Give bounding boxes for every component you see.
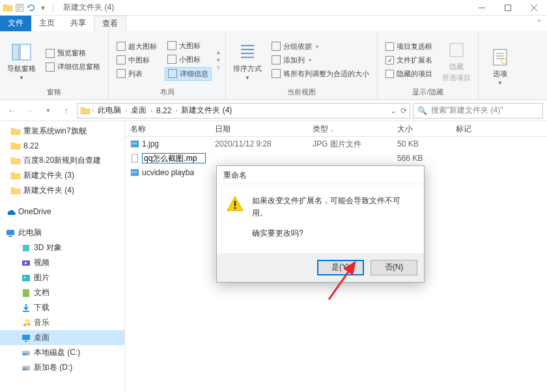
window-title: 新建文件夹 (4): [63, 2, 114, 13]
layout-scroll-down[interactable]: ▾: [217, 57, 220, 63]
svg-rect-24: [132, 154, 138, 162]
address-bar: ← → ▼ ↑ › 此电脑 › 桌面 › 8.22 › 新建文件夹 (4) ⌄ …: [0, 100, 547, 121]
dialog-message: 如果改变文件扩展名，可能会导致文件不可用。 确实要更改吗?: [252, 195, 415, 248]
group-by-button[interactable]: 分组依据▾: [269, 40, 372, 53]
file-extensions-toggle[interactable]: 文件扩展名: [383, 54, 435, 66]
file-row[interactable]: JPG1.jpg2020/11/12 9:28JPG 图片文件50 KB: [125, 137, 547, 151]
details-pane-button[interactable]: 详细信息窗格: [43, 61, 103, 73]
fit-columns-button[interactable]: 将所有列调整为合适的大小: [269, 68, 372, 80]
tree-item[interactable]: 重装系统win7旗舰: [0, 124, 124, 139]
tree-thispc[interactable]: 此电脑: [0, 225, 124, 240]
group-label: 显示/隐藏: [383, 86, 473, 97]
tree-item[interactable]: 音乐: [0, 315, 124, 330]
tree-item[interactable]: 8.22: [0, 139, 124, 153]
tab-file[interactable]: 文件: [0, 16, 31, 31]
col-tag[interactable]: 标记: [451, 121, 509, 136]
file-row[interactable]: 566 KB: [125, 151, 547, 165]
qat-undo-icon[interactable]: [26, 3, 36, 13]
breadcrumb-seg[interactable]: 此电脑: [95, 105, 124, 116]
svg-rect-19: [23, 354, 27, 355]
sort-button[interactable]: 排序方式 ▼: [231, 34, 264, 86]
svg-point-12: [24, 276, 26, 278]
tab-view[interactable]: 查看: [94, 16, 126, 31]
breadcrumb-seg[interactable]: 新建文件夹 (4): [178, 105, 234, 116]
no-button[interactable]: 否(N): [371, 260, 417, 275]
tree-onedrive[interactable]: OneDrive: [0, 204, 124, 219]
col-size[interactable]: 大小: [392, 121, 451, 136]
svg-rect-13: [23, 289, 29, 297]
tree-item[interactable]: 本地磁盘 (C:): [0, 345, 124, 360]
tree-item[interactable]: 新建文件夹 (4): [0, 183, 124, 198]
breadcrumb-seg[interactable]: 8.22: [154, 106, 174, 115]
rename-input[interactable]: [142, 153, 206, 163]
tree-item[interactable]: 文档: [0, 285, 124, 300]
close-button[interactable]: [521, 0, 547, 16]
dropdown-icon: ▼: [19, 75, 24, 81]
back-button[interactable]: ←: [4, 103, 20, 119]
tree-item[interactable]: 下载: [0, 300, 124, 315]
tree-item[interactable]: 新加卷 (D:): [0, 360, 124, 375]
layout-xl-icons[interactable]: 超大图标: [114, 40, 160, 53]
folder-app-icon: [3, 3, 13, 13]
svg-point-15: [27, 323, 30, 326]
layout-s-icons[interactable]: 小图标: [165, 53, 212, 66]
hide-selected-button[interactable]: 隐藏 所选项目: [440, 34, 473, 86]
tree-item[interactable]: 百度8.20新规则自查建: [0, 153, 124, 168]
quick-access-toolbar: ▾ | 新建文件夹 (4): [3, 2, 114, 13]
tab-home[interactable]: 主页: [31, 16, 63, 31]
up-button[interactable]: ↑: [59, 103, 74, 119]
svg-rect-5: [494, 49, 507, 65]
tree-item[interactable]: 视频: [0, 255, 124, 270]
window-controls: [469, 0, 547, 16]
maximize-button[interactable]: [495, 0, 521, 16]
tree-item[interactable]: 3D 对象: [0, 240, 124, 255]
add-columns-button[interactable]: 添加列▾: [269, 54, 372, 66]
recent-dropdown[interactable]: ▼: [40, 103, 56, 119]
yes-button[interactable]: 是(Y): [317, 260, 364, 275]
layout-list[interactable]: 列表: [114, 68, 160, 80]
svg-rect-1: [505, 5, 511, 10]
tree-item[interactable]: 图片: [0, 270, 124, 285]
ribbon-tabs: 文件 主页 共享 查看 ˄: [0, 16, 547, 31]
col-date[interactable]: 日期: [210, 121, 307, 136]
refresh-icon[interactable]: ⟳: [400, 106, 407, 115]
group-label: 布局: [114, 86, 220, 97]
nav-pane-button[interactable]: 导航窗格 ▼: [5, 34, 38, 86]
column-headers: 名称 日期 类型 ⌄ 大小 标记: [125, 121, 547, 137]
layout-m-icons[interactable]: 中图标: [114, 54, 160, 66]
layout-l-icons[interactable]: 大图标: [165, 40, 212, 52]
tree-item[interactable]: 桌面: [0, 330, 124, 345]
preview-pane-button[interactable]: 预览窗格: [43, 47, 103, 59]
warning-icon: [226, 195, 244, 213]
ribbon-group-current-view: 排序方式 ▼ 分组依据▾ 添加列▾ 将所有列调整为合适的大小 当前视图: [226, 31, 378, 100]
ribbon-group-layout: 超大图标 中图标 列表 大图标 小图标 详细信息 ▴▾▿ 布局: [109, 31, 226, 100]
layout-details[interactable]: 详细信息: [165, 67, 212, 81]
layout-more[interactable]: ▿: [217, 64, 220, 71]
hidden-items-toggle[interactable]: 隐藏的项目: [383, 68, 435, 80]
qat-properties-icon[interactable]: [14, 3, 25, 13]
dialog-title: 重命名: [217, 166, 424, 184]
forward-button[interactable]: →: [22, 103, 38, 119]
group-label: 当前视图: [231, 86, 372, 97]
breadcrumb[interactable]: › 此电脑 › 桌面 › 8.22 › 新建文件夹 (4) ⌄ ⟳: [77, 103, 410, 119]
nav-tree[interactable]: 重装系统win7旗舰8.22百度8.20新规则自查建新建文件夹 (3)新建文件夹…: [0, 121, 125, 392]
qat-dropdown-icon[interactable]: ▾: [38, 3, 48, 13]
options-button[interactable]: 选项 ▼: [484, 34, 516, 96]
svg-rect-3: [20, 44, 31, 60]
ribbon-collapse-icon[interactable]: ˄: [531, 16, 547, 31]
ribbon-group-panes: 导航窗格 ▼ 预览窗格 详细信息窗格 窗格: [0, 31, 109, 100]
col-type[interactable]: 类型 ⌄: [307, 121, 392, 136]
ribbon: 导航窗格 ▼ 预览窗格 详细信息窗格 窗格 超大图标 中图标 列表 大图标 小图…: [0, 31, 547, 100]
ribbon-group-options: 选项 ▼: [479, 31, 522, 100]
tree-item[interactable]: 新建文件夹 (3): [0, 168, 124, 183]
breadcrumb-seg[interactable]: 桌面: [128, 105, 149, 116]
tab-share[interactable]: 共享: [63, 16, 94, 31]
layout-scroll-up[interactable]: ▴: [217, 49, 220, 55]
minimize-button[interactable]: [469, 0, 495, 16]
svg-rect-9: [23, 245, 29, 251]
svg-rect-27: [234, 201, 236, 206]
col-name[interactable]: 名称: [125, 121, 210, 136]
address-dropdown-icon[interactable]: ⌄: [390, 106, 397, 115]
search-input[interactable]: 🔍 搜索"新建文件夹 (4)": [413, 103, 543, 119]
item-checkboxes-toggle[interactable]: 项目复选框: [383, 40, 435, 53]
